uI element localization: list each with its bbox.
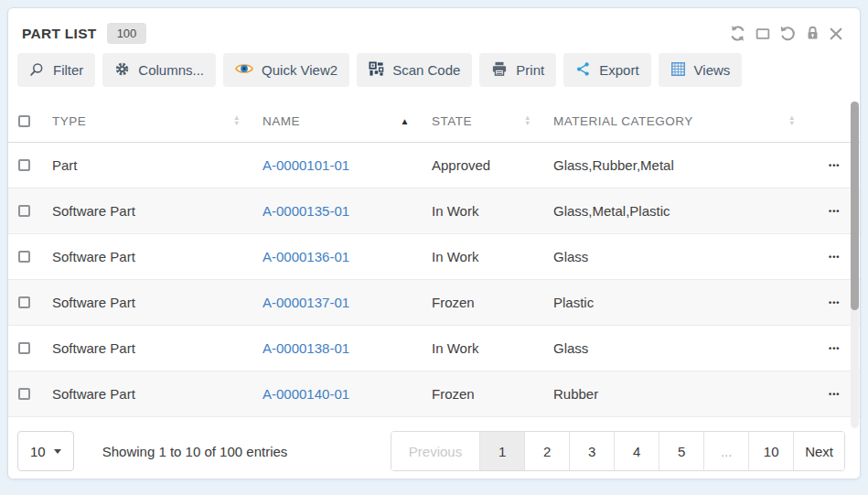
button-label: Columns... — [138, 62, 204, 78]
page-button[interactable]: 10 — [748, 432, 793, 470]
export-button[interactable]: Export — [563, 53, 650, 87]
previous-page-button[interactable]: Previous — [391, 432, 479, 470]
quick-view-button[interactable]: Quick View2 — [223, 53, 349, 87]
qr-code-icon — [369, 61, 384, 80]
column-label: MATERIAL CATEGORY — [553, 114, 693, 128]
page-ellipsis: ... — [703, 432, 748, 470]
part-name-link[interactable]: A-0000101-01 — [263, 157, 349, 173]
next-page-button[interactable]: Next — [793, 432, 844, 470]
part-name-link[interactable]: A-0000136-01 — [263, 249, 349, 264]
sort-icon: ▲▼ — [788, 115, 796, 127]
column-header-type[interactable]: TYPE ▲▼ — [52, 100, 263, 142]
row-actions-menu-icon[interactable]: ••• — [829, 207, 840, 216]
cell-state: Approved — [432, 157, 553, 173]
cell-state: Frozen — [432, 295, 553, 310]
cell-material-category: Glass,Rubber,Metal — [553, 157, 809, 173]
part-name-link[interactable]: A-0000137-01 — [263, 295, 349, 310]
row-checkbox[interactable] — [18, 342, 30, 354]
toolbar: Filter Columns... Quick View2 Scan Code … — [8, 53, 860, 87]
cell-state: In Work — [432, 249, 553, 264]
filter-button[interactable]: Filter — [17, 53, 95, 87]
row-checkbox[interactable] — [18, 205, 30, 217]
column-header-name[interactable]: NAME ▲ — [263, 100, 432, 142]
part-name-link[interactable]: A-0000135-01 — [263, 203, 349, 219]
button-label: Print — [516, 62, 544, 78]
share-icon — [575, 61, 591, 80]
button-label: Views — [694, 62, 731, 78]
page-button[interactable]: 4 — [614, 432, 659, 470]
cell-type: Software Part — [52, 340, 263, 356]
undo-icon[interactable] — [779, 25, 797, 42]
cell-type: Part — [52, 157, 263, 173]
row-actions-menu-icon[interactable]: ••• — [829, 161, 840, 170]
maximize-icon[interactable] — [755, 26, 771, 42]
cell-type: Software Part — [52, 203, 263, 219]
row-checkbox[interactable] — [18, 296, 30, 308]
scan-code-button[interactable]: Scan Code — [357, 53, 472, 87]
count-badge: 100 — [107, 23, 147, 44]
scrollbar-thumb[interactable] — [851, 102, 859, 310]
showing-entries-text: Showing 1 to 10 of 100 entries — [102, 444, 288, 459]
part-name-link[interactable]: A-0000140-01 — [263, 386, 349, 402]
cell-material-category: Glass — [553, 340, 809, 356]
part-list-panel: PART LIST 100 Filter — [7, 7, 861, 479]
row-checkbox[interactable] — [18, 159, 30, 171]
sort-asc-icon: ▲ — [401, 116, 410, 126]
button-label: Export — [599, 62, 638, 78]
table-row: Software Part A-0000137-01 Frozen Plasti… — [8, 280, 860, 326]
sort-icon: ▲▼ — [233, 115, 241, 127]
page-size-value: 10 — [30, 444, 46, 459]
print-button[interactable]: Print — [479, 53, 556, 87]
cell-material-category: Plastic — [553, 295, 809, 310]
pagination: Previous 1 2 3 4 5 ... 10 Next — [391, 431, 845, 471]
table-row: Software Part A-0000135-01 In Work Glass… — [8, 188, 860, 234]
page-size-select[interactable]: 10 — [17, 431, 74, 471]
refresh-icon[interactable] — [729, 25, 746, 42]
cell-material-category: Rubber — [553, 386, 809, 402]
page-button[interactable]: 3 — [569, 432, 614, 470]
row-actions-menu-icon[interactable]: ••• — [829, 298, 840, 307]
gear-icon — [114, 61, 130, 80]
cell-state: In Work — [432, 203, 553, 219]
column-header-material-category[interactable]: MATERIAL CATEGORY ▲▼ — [553, 100, 809, 142]
select-all-checkbox[interactable] — [18, 115, 30, 127]
cell-type: Software Part — [52, 295, 263, 310]
parts-table: TYPE ▲▼ NAME ▲ STATE ▲▼ MATERIAL CATEGOR… — [8, 100, 860, 417]
columns-button[interactable]: Columns... — [102, 53, 216, 87]
table-header-row: TYPE ▲▼ NAME ▲ STATE ▲▼ MATERIAL CATEGOR… — [8, 100, 860, 143]
column-label: STATE — [432, 114, 472, 128]
cell-type: Software Part — [52, 249, 263, 264]
button-label: Quick View2 — [262, 62, 338, 78]
row-actions-menu-icon[interactable]: ••• — [829, 253, 840, 262]
cell-state: Frozen — [432, 386, 553, 402]
cell-state: In Work — [432, 340, 553, 356]
table-grid-icon — [670, 61, 686, 80]
button-label: Filter — [53, 62, 83, 78]
page-button[interactable]: 5 — [659, 432, 703, 470]
page-button[interactable]: 1 — [479, 432, 524, 470]
table-body: Part A-0000101-01 Approved Glass,Rubber,… — [8, 143, 860, 417]
lock-icon[interactable] — [805, 26, 820, 41]
row-checkbox[interactable] — [18, 251, 30, 263]
column-label: NAME — [263, 114, 300, 128]
views-button[interactable]: Views — [659, 53, 743, 87]
sort-icon: ▲▼ — [524, 115, 531, 127]
row-checkbox[interactable] — [18, 388, 30, 400]
page-button[interactable]: 2 — [524, 432, 569, 470]
chevron-down-icon — [54, 449, 61, 454]
column-header-state[interactable]: STATE ▲▼ — [432, 100, 553, 142]
cell-material-category: Glass,Metal,Plastic — [553, 203, 809, 219]
table-row: Software Part A-0000138-01 In Work Glass… — [8, 326, 860, 371]
cell-type: Software Part — [52, 386, 263, 402]
table-row: Software Part A-0000136-01 In Work Glass… — [8, 234, 860, 280]
close-icon[interactable] — [829, 27, 843, 41]
row-actions-menu-icon[interactable]: ••• — [829, 390, 840, 399]
cell-material-category: Glass — [553, 249, 809, 264]
panel-title: PART LIST — [22, 26, 97, 42]
part-name-link[interactable]: A-0000138-01 — [263, 340, 349, 356]
row-actions-menu-icon[interactable]: ••• — [829, 344, 840, 353]
printer-icon — [491, 60, 508, 80]
vertical-scrollbar[interactable] — [851, 102, 859, 428]
table-footer: 10 Showing 1 to 10 of 100 entries Previo… — [8, 430, 860, 472]
button-label: Scan Code — [392, 62, 460, 78]
